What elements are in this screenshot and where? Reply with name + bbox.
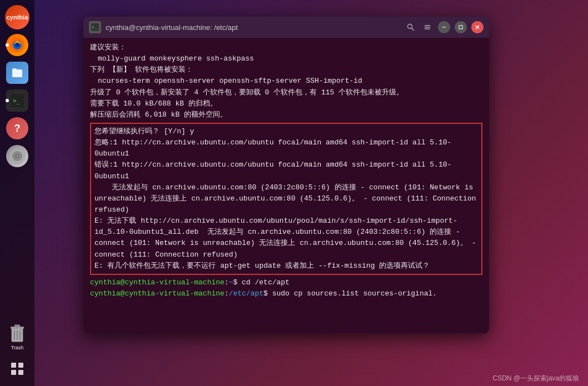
dock-item-help[interactable]: ? <box>4 116 30 141</box>
error-line-confirm: 您希望继续执行吗？ [Y/n] y <box>94 126 478 137</box>
firefox-icon <box>6 34 28 56</box>
line-new-install: 下列 【新】 软件包将被安装： <box>90 64 482 76</box>
svg-line-24 <box>412 28 415 31</box>
terminal-active-dot <box>6 99 9 102</box>
dock-item-firefox[interactable] <box>4 32 30 58</box>
svg-text:>_: >_ <box>13 97 21 104</box>
prompt-line-1: cynthia@cynthia-virtual-machine:~$ cd /e… <box>90 277 482 288</box>
dvd-svg <box>9 148 26 164</box>
desktop: cynthia <box>0 0 588 386</box>
svg-rect-19 <box>11 370 16 375</box>
svg-rect-17 <box>11 363 16 368</box>
terminal-body[interactable]: 建议安装： molly-guard monkeysphere ssh-askpa… <box>83 38 489 333</box>
error-line-e2: E: 有几个软件包无法下载，要不运行 apt-get update 或者加上 -… <box>94 260 478 272</box>
avatar-label: cynthia <box>7 14 28 21</box>
dock-item-terminal[interactable]: >_ <box>4 88 30 113</box>
active-dot <box>6 43 9 47</box>
line-upgrade-summary: 升级了 0 个软件包，新安装了 4 个软件包，要卸载 0 个软件包，有 115 … <box>90 87 482 98</box>
svg-rect-3 <box>12 69 22 77</box>
svg-point-23 <box>408 24 412 29</box>
svg-rect-4 <box>12 68 17 71</box>
maximize-button[interactable] <box>455 21 467 33</box>
terminal-window-icon: >_ <box>89 21 101 33</box>
firefox-svg <box>9 37 25 53</box>
terminal-dock-icon: >_ <box>6 89 28 112</box>
terminal-window: >_ cynthia@cynthia-virtual-machine: /etc… <box>83 17 489 333</box>
prompt-user-1: cynthia@cynthia-virtual-machine <box>90 278 225 287</box>
error-line-error1: 错误:1 http://cn.archive.ubuntu.com/ubuntu… <box>94 159 478 182</box>
svg-rect-20 <box>18 370 23 375</box>
dock-avatar[interactable]: cynthia <box>4 4 30 30</box>
svg-rect-13 <box>14 324 20 327</box>
trash-label: Trash <box>11 345 24 350</box>
line-new-packages: ncurses-term openssh-server openssh-sftp… <box>90 76 482 87</box>
minimize-icon <box>441 24 447 30</box>
dock-item-dvd[interactable] <box>4 143 30 169</box>
svg-text:>_: >_ <box>92 25 97 30</box>
prompt-path-2: /etc/apt <box>229 289 263 298</box>
apps-grid-icon <box>6 358 28 380</box>
dock: cynthia <box>0 0 34 386</box>
search-button[interactable] <box>405 21 417 33</box>
close-icon <box>475 24 480 30</box>
menu-button[interactable] <box>421 21 433 33</box>
error-line-ignore1: 忽略:1 http://cn.archive.ubuntu.com/ubuntu… <box>94 137 478 159</box>
error-box: 您希望继续执行吗？ [Y/n] y 忽略:1 http://cn.archive… <box>90 123 482 275</box>
files-icon <box>6 62 28 84</box>
trash-icon <box>7 323 28 344</box>
terminal-titlebar: >_ cynthia@cynthia-virtual-machine: /etc… <box>83 17 489 38</box>
help-icon: ? <box>6 117 28 139</box>
svg-rect-18 <box>18 363 23 368</box>
titlebar-controls <box>405 21 484 33</box>
prompt-user-2: cynthia@cynthia-virtual-machine <box>90 289 225 298</box>
svg-rect-29 <box>459 26 462 29</box>
close-button[interactable] <box>471 21 484 33</box>
dvd-icon <box>6 145 28 167</box>
terminal-svg: >_ <box>10 93 24 108</box>
line-download-size: 需要下载 10.0 kB/688 kB 的归档。 <box>90 98 482 109</box>
svg-point-10 <box>17 156 18 157</box>
dock-item-apps[interactable] <box>4 356 30 382</box>
bottom-bar: CSDN @一头探索java的狐狼 <box>34 370 588 386</box>
maximize-icon <box>458 24 464 30</box>
trash-icon-wrap: Trash <box>7 323 28 350</box>
terminal-title: cynthia@cynthia-virtual-machine: /etc/ap… <box>106 23 238 32</box>
files-svg <box>11 66 24 79</box>
titlebar-left: >_ cynthia@cynthia-virtual-machine: /etc… <box>89 21 238 33</box>
line-suggest-packages: molly-guard monkeysphere ssh-askpass <box>90 53 482 64</box>
error-line-connect1: 无法发起与 cn.archive.ubuntu.com:80 (2403:2c8… <box>94 182 478 215</box>
dock-item-files[interactable] <box>4 60 30 86</box>
line-suggest-header: 建议安装： <box>90 42 482 53</box>
line-disk-space: 解压缩后会消耗 6,018 kB 的额外空间。 <box>90 109 482 121</box>
grid-svg <box>10 362 24 376</box>
error-line-e1: E: 无法下载 http://cn.archive.ubuntu.com/ubu… <box>94 215 478 260</box>
prompt-line-2: cynthia@cynthia-virtual-machine:/etc/apt… <box>90 288 482 299</box>
dock-item-trash[interactable]: Trash <box>4 324 30 349</box>
menu-icon <box>423 23 431 31</box>
svg-point-2 <box>15 43 19 47</box>
minimize-button[interactable] <box>438 21 450 33</box>
bottom-label: CSDN @一头探索java的狐狼 <box>492 374 579 383</box>
search-icon <box>407 23 415 31</box>
